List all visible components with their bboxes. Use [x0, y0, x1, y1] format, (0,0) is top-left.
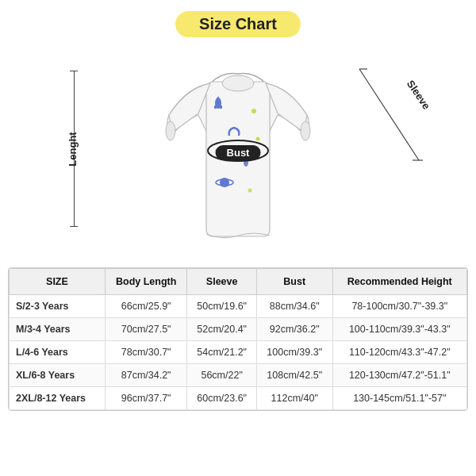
- svg-rect-6: [214, 106, 217, 109]
- table-row: S/2-3 Years66cm/25.9"50cm/19.6"88cm/34.6…: [10, 295, 467, 318]
- table-header-cell: SIZE: [10, 269, 106, 295]
- size-table: SIZEBody LengthSleeveBustRecommended Hei…: [9, 268, 467, 410]
- diagram-area: Lenght: [0, 37, 476, 267]
- table-header-cell: Bust: [256, 269, 332, 295]
- table-cell: 130-145cm/51.1"-57": [332, 387, 466, 410]
- svg-rect-7: [220, 106, 222, 109]
- table-cell: 100cm/39.3": [256, 341, 332, 364]
- table-cell: 96cm/37.7": [105, 387, 187, 410]
- table-cell: 120-130cm/47.2"-51.1": [332, 364, 466, 387]
- table-cell: 108cm/42.5": [256, 364, 332, 387]
- table-cell: 70cm/27.5": [105, 318, 187, 341]
- table-cell: 52cm/20.4": [187, 318, 256, 341]
- title-wrap: Size Chart: [175, 11, 301, 37]
- table-cell: L/4-6 Years: [10, 341, 106, 364]
- table-cell: 66cm/25.9": [105, 295, 187, 318]
- table-cell: 92cm/36.2": [256, 318, 332, 341]
- svg-point-2: [166, 121, 175, 140]
- page-title: Size Chart: [199, 15, 277, 33]
- table-row: 2XL/8-12 Years96cm/37.7"60cm/23.6"112cm/…: [10, 387, 467, 410]
- garment-container: Bust: [155, 60, 321, 257]
- table-cell: 2XL/8-12 Years: [10, 387, 106, 410]
- length-label: Lenght: [67, 132, 79, 166]
- table-cell: XL/6-8 Years: [10, 364, 106, 387]
- length-tick-bottom: [70, 226, 78, 227]
- table-cell: 88cm/34.6": [256, 295, 332, 318]
- table-header-cell: Recommended Height: [332, 269, 466, 295]
- table-row: XL/6-8 Years87cm/34.2"56cm/22"108cm/42.5…: [10, 364, 467, 387]
- table-cell: 50cm/19.6": [187, 295, 256, 318]
- svg-point-15: [248, 189, 252, 193]
- sleeve-arrow-container: Sleeve: [355, 65, 427, 171]
- bust-label: Bust: [216, 145, 261, 160]
- table-cell: 78-100cm/30.7"-39.3": [332, 295, 466, 318]
- table-cell: 54cm/21.2": [187, 341, 256, 364]
- table-cell: 112cm/40": [256, 387, 332, 410]
- table-cell: 56cm/22": [187, 364, 256, 387]
- table-row: L/4-6 Years78cm/30.7"54cm/21.2"100cm/39.…: [10, 341, 467, 364]
- svg-point-3: [301, 121, 310, 140]
- size-table-wrap: SIZEBody LengthSleeveBustRecommended Hei…: [8, 267, 468, 411]
- table-cell: 110-120cm/43.3"-47.2": [332, 341, 466, 364]
- table-cell: 100-110cm/39.3"-43.3": [332, 318, 466, 341]
- table-header-row: SIZEBody LengthSleeveBustRecommended Hei…: [10, 269, 467, 295]
- table-cell: 78cm/30.7": [105, 341, 187, 364]
- svg-point-1: [222, 75, 254, 91]
- table-body: S/2-3 Years66cm/25.9"50cm/19.6"88cm/34.6…: [10, 295, 467, 410]
- table-cell: 87cm/34.2": [105, 364, 187, 387]
- table-header-cell: Body Length: [105, 269, 187, 295]
- table-cell: S/2-3 Years: [10, 295, 106, 318]
- table-cell: M/3-4 Years: [10, 318, 106, 341]
- page: Size Chart Lenght: [0, 0, 476, 476]
- table-cell: 60cm/23.6": [187, 387, 256, 410]
- table-header-cell: Sleeve: [187, 269, 256, 295]
- svg-point-13: [256, 137, 260, 141]
- svg-point-8: [251, 109, 256, 113]
- table-row: M/3-4 Years70cm/27.5"52cm/20.4"92cm/36.2…: [10, 318, 467, 341]
